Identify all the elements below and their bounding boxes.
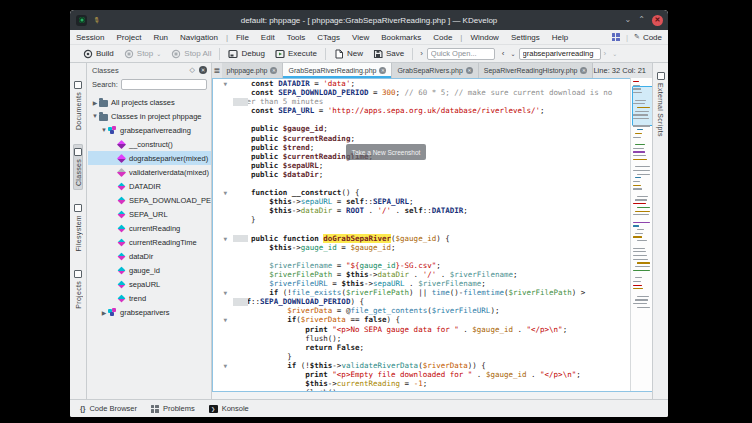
minimize-button[interactable]: ⌄ bbox=[625, 16, 632, 24]
close-button[interactable]: ✕ bbox=[652, 15, 663, 26]
wrap-indicator bbox=[233, 235, 248, 243]
new-button[interactable]: New bbox=[329, 47, 368, 61]
tree-item-validateriverdata-mixed-[interactable]: validateriverdata(mixed) bbox=[88, 165, 211, 179]
minimap-line bbox=[633, 303, 647, 304]
document-switcher-icon[interactable]: ≣ bbox=[212, 63, 222, 78]
menu-item-edit[interactable]: Edit bbox=[255, 33, 281, 42]
fold-marker-icon[interactable]: ▼ bbox=[213, 79, 227, 88]
fold-marker-icon bbox=[213, 225, 227, 234]
menu-item-project[interactable]: Project bbox=[110, 33, 147, 42]
tree-item-gauge-id[interactable]: gauge_id bbox=[88, 263, 211, 277]
titlebar[interactable]: ✎ default: phppage - [ phppage:GrabSepaR… bbox=[70, 10, 668, 30]
prev-match-dropdown[interactable]: ⌄ bbox=[508, 50, 519, 57]
stop-button[interactable]: Stop⌄ bbox=[119, 47, 167, 61]
tree-item-currentreading[interactable]: currentReading bbox=[88, 221, 211, 235]
menu-item-ctags[interactable]: CTags bbox=[311, 33, 346, 42]
save-button[interactable]: Save bbox=[368, 47, 409, 61]
sidebar-tab-filesystem[interactable]: Filesystem bbox=[73, 200, 83, 255]
tree-item-sepa-download-period[interactable]: SEPA_DOWNLOAD_PERIOD bbox=[88, 193, 211, 207]
document-tab-separiverreadinghistory-php[interactable]: SepaRiverReadingHistory.php✕ bbox=[479, 63, 594, 78]
code-editor[interactable]: ▼ const DATADIR = 'data'; const SEPA_DOW… bbox=[212, 78, 630, 392]
activities-grid-icon[interactable] bbox=[612, 33, 620, 41]
menubar-separator: | bbox=[626, 33, 628, 42]
document-tab-phppage-php[interactable]: phppage.php✕ bbox=[222, 63, 284, 78]
close-tab-icon[interactable]: ✕ bbox=[466, 67, 473, 74]
menu-item-session[interactable]: Session bbox=[70, 33, 110, 42]
tree-item-datadir[interactable]: dataDir bbox=[88, 249, 211, 263]
execute-button[interactable]: Execute bbox=[270, 47, 322, 61]
minimap-line bbox=[633, 288, 643, 289]
sidebar-tab-projects[interactable]: Projects bbox=[73, 266, 83, 313]
expander-icon[interactable]: ▶ bbox=[100, 309, 108, 316]
menu-item-file[interactable]: File bbox=[230, 33, 255, 42]
close-panel-icon[interactable]: ✕ bbox=[199, 66, 207, 74]
document-tab-grabsepariverreading-php[interactable]: GrabSepaRiverReading.php✕ bbox=[283, 63, 392, 78]
tree-item--construct-[interactable]: __construct() bbox=[88, 137, 211, 151]
bottom-tab-problems[interactable]: Problems bbox=[151, 404, 195, 413]
menu-item-navigation[interactable]: Navigation bbox=[174, 33, 224, 42]
kdevelop-window: ✎ default: phppage - [ phppage:GrabSepaR… bbox=[70, 10, 668, 417]
tree-item-classes-in-project-phppage[interactable]: ▼Classes in project phppage bbox=[88, 109, 211, 123]
maximize-button[interactable]: ⌃ bbox=[638, 16, 645, 24]
horizontal-scrollbar[interactable] bbox=[212, 391, 652, 399]
toolbar-overflow-chevron[interactable]: › bbox=[416, 49, 427, 58]
code-line: ▼ if (!$this->validateRiverData($riverDa… bbox=[213, 361, 630, 370]
tree-item-trend[interactable]: trend bbox=[88, 291, 211, 305]
code-line: ▼ if($riverData == false) { bbox=[213, 315, 630, 324]
document-tab-label: GrabSepaRiverReading.php bbox=[288, 67, 376, 74]
field-icon bbox=[118, 252, 126, 260]
symbol-search-input[interactable] bbox=[519, 48, 601, 60]
minimap-line bbox=[633, 225, 639, 226]
sidebar-tab-documents[interactable]: Documents bbox=[73, 77, 83, 134]
tree-item-sepaurl[interactable]: sepaURL bbox=[88, 277, 211, 291]
expander-icon[interactable]: ▶ bbox=[91, 99, 99, 106]
fold-marker-icon[interactable]: ▼ bbox=[213, 315, 227, 324]
fold-marker-icon[interactable]: ▼ bbox=[213, 188, 227, 197]
expander-icon[interactable]: ▼ bbox=[100, 127, 108, 133]
close-tab-icon[interactable]: ✕ bbox=[270, 67, 277, 74]
menu-item-settings[interactable]: Settings bbox=[505, 33, 546, 42]
bottom-tab-code-browser[interactable]: {}Code Browser bbox=[80, 404, 137, 413]
minimap-line bbox=[637, 196, 648, 197]
menu-item-bookmarks[interactable]: Bookmarks bbox=[375, 33, 427, 42]
next-match-dropdown[interactable]: ⌄ bbox=[609, 50, 620, 57]
minimap-line bbox=[635, 277, 642, 278]
tree-item-all-projects-classes[interactable]: ▶All projects classes bbox=[88, 95, 211, 109]
debug-button[interactable]: Debug bbox=[223, 47, 270, 61]
quick-open-input[interactable] bbox=[427, 48, 495, 60]
float-panel-icon[interactable]: ◇ bbox=[190, 66, 195, 74]
menu-item-run[interactable]: Run bbox=[147, 33, 174, 42]
build-button[interactable]: Build bbox=[78, 47, 119, 61]
minimap-scrollbar[interactable] bbox=[630, 78, 652, 392]
menu-item-tools[interactable]: Tools bbox=[281, 33, 312, 42]
terminal-icon: ❯ bbox=[209, 405, 218, 413]
document-tab-grabseparivers-php[interactable]: GrabSepaRivers.php✕ bbox=[392, 63, 478, 78]
fold-marker-icon[interactable]: ▼ bbox=[213, 361, 227, 370]
sidebar-tab-external-scripts[interactable]: External Scripts bbox=[656, 69, 666, 140]
close-tab-icon[interactable]: ✕ bbox=[379, 67, 386, 74]
menu-item-window[interactable]: Window bbox=[464, 33, 504, 42]
debug-icon bbox=[228, 49, 238, 59]
tree-item-grabseparivers[interactable]: ▶grabseparivers bbox=[88, 305, 211, 319]
fold-marker-icon bbox=[213, 197, 227, 206]
menu-item-view[interactable]: View bbox=[346, 33, 375, 42]
expander-icon[interactable]: ▼ bbox=[91, 113, 99, 119]
code-menu-button[interactable]: ✎ Code bbox=[634, 33, 662, 42]
close-tab-icon[interactable]: ✕ bbox=[580, 67, 587, 74]
tree-item-currentreadingtime[interactable]: currentReadingTime bbox=[88, 235, 211, 249]
minimap-line bbox=[637, 129, 643, 130]
tree-item-datadir[interactable]: DATADIR bbox=[88, 179, 211, 193]
classes-search-input[interactable] bbox=[121, 79, 207, 90]
bottom-tab-konsole[interactable]: ❯Konsole bbox=[209, 404, 249, 413]
prev-match-button[interactable]: ‹ bbox=[499, 49, 508, 58]
fold-marker-icon[interactable]: ▼ bbox=[213, 288, 227, 297]
fold-marker-icon[interactable]: ▼ bbox=[213, 234, 227, 243]
sidebar-tab-classes[interactable]: Classes bbox=[73, 144, 83, 190]
menu-item-code[interactable]: Code bbox=[427, 33, 458, 42]
stop-all-button[interactable]: Stop All bbox=[166, 47, 216, 61]
menu-item-help[interactable]: Help bbox=[546, 33, 574, 42]
tree-item-sepa-url[interactable]: SEPA_URL bbox=[88, 207, 211, 221]
tree-item-dograbsepariver-mixed-[interactable]: dograbsepariver(mixed) bbox=[88, 151, 211, 165]
tree-item-grabsepariverreading[interactable]: ▼grabsepariverreading bbox=[88, 123, 211, 137]
next-match-button[interactable]: › bbox=[601, 49, 610, 58]
